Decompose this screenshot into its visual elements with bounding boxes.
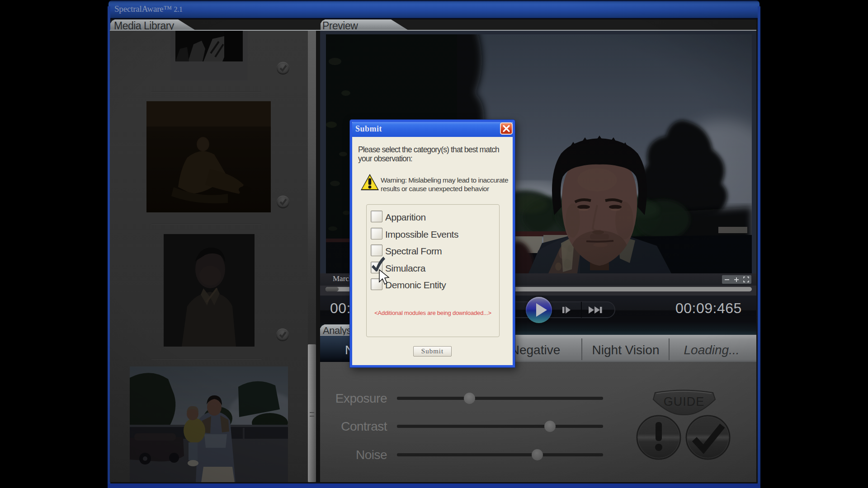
svg-text:GUIDE: GUIDE <box>664 395 705 408</box>
